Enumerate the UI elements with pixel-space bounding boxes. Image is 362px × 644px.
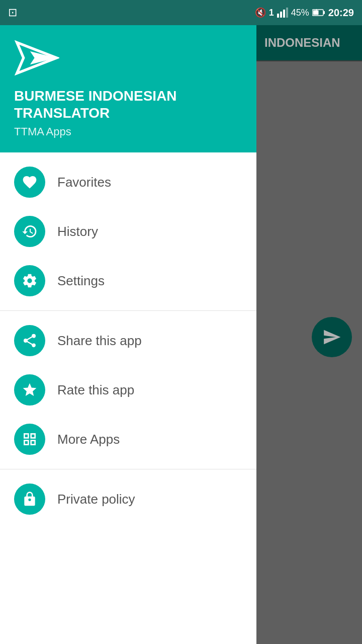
drawer-app-subtitle: TTMA Apps <box>14 125 242 138</box>
status-bar: ⊡ 🔇 1 45% 20:29 <box>0 0 362 25</box>
sidebar-item-privacy[interactable]: Private policy <box>0 474 256 524</box>
scrim[interactable] <box>256 25 362 644</box>
status-time: 20:29 <box>328 7 354 19</box>
heart-icon <box>22 174 38 190</box>
menu-section-2: Share this app Rate this app <box>0 311 256 469</box>
grid-icon <box>22 431 38 447</box>
logo-icon <box>14 40 59 75</box>
privacy-icon-circle <box>14 484 45 515</box>
battery-percent: 45% <box>291 8 309 18</box>
signal-icon <box>277 8 288 18</box>
sim-icon: 1 <box>269 8 274 18</box>
drawer-app-title: BURMESE INDONESIAN TRANSLATOR <box>14 88 242 121</box>
status-bar-right-icons: 🔇 1 45% 20:29 <box>255 7 354 19</box>
sidebar-item-share[interactable]: Share this app <box>0 316 256 365</box>
lock-icon <box>22 491 38 507</box>
silent-icon: 🔇 <box>255 7 266 18</box>
sidebar-item-favorites[interactable]: Favorites <box>0 157 256 207</box>
privacy-label: Private policy <box>57 492 135 507</box>
share-icon <box>22 333 38 349</box>
drawer-header: BURMESE INDONESIAN TRANSLATOR TTMA Apps <box>0 25 256 152</box>
clock-icon <box>22 223 38 239</box>
main-container: INDONESIAN BURMESE INDONESIAN TRANSLATOR… <box>0 25 362 644</box>
settings-icon-circle <box>14 265 45 296</box>
more-apps-icon-circle <box>14 424 45 455</box>
share-label: Share this app <box>57 333 142 349</box>
screen-icon: ⊡ <box>8 6 17 19</box>
sidebar-item-settings[interactable]: Settings <box>0 256 256 305</box>
status-bar-left-icons: ⊡ <box>8 6 17 19</box>
svg-rect-0 <box>277 14 279 18</box>
favorites-label: Favorites <box>57 175 111 190</box>
navigation-drawer: BURMESE INDONESIAN TRANSLATOR TTMA Apps … <box>0 25 256 644</box>
favorites-icon-circle <box>14 167 45 198</box>
rate-label: Rate this app <box>57 382 134 398</box>
svg-rect-2 <box>283 10 285 18</box>
gear-icon <box>22 273 38 289</box>
svg-rect-5 <box>323 11 325 14</box>
sidebar-item-history[interactable]: History <box>0 207 256 256</box>
history-icon-circle <box>14 216 45 247</box>
battery-icon <box>312 9 325 17</box>
sidebar-item-rate[interactable]: Rate this app <box>0 365 256 415</box>
drawer-menu: Favorites History <box>0 152 256 644</box>
star-icon <box>22 382 38 398</box>
svg-rect-1 <box>280 12 282 18</box>
share-icon-circle <box>14 325 45 356</box>
app-logo <box>14 40 242 77</box>
svg-rect-3 <box>286 8 288 18</box>
rate-icon-circle <box>14 374 45 406</box>
sidebar-item-more-apps[interactable]: More Apps <box>0 415 256 464</box>
history-label: History <box>57 224 98 239</box>
settings-label: Settings <box>57 273 105 289</box>
menu-section-1: Favorites History <box>0 152 256 310</box>
menu-section-3: Private policy <box>0 469 256 529</box>
more-apps-label: More Apps <box>57 432 120 447</box>
